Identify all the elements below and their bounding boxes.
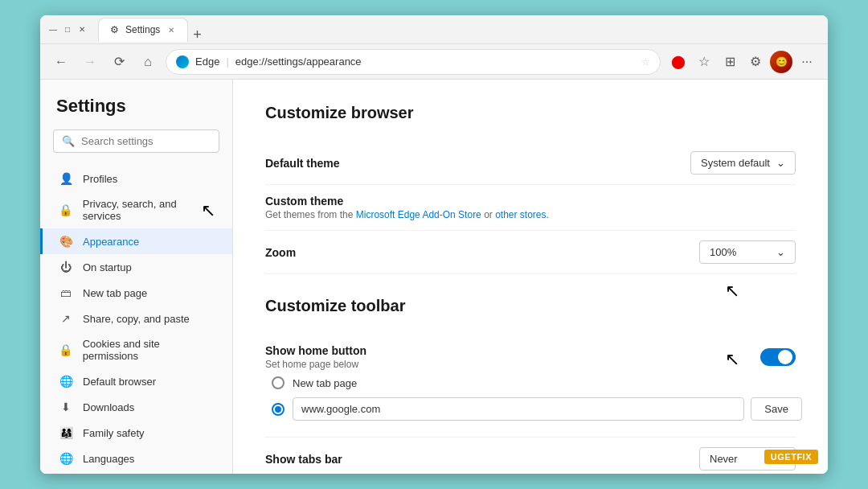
default-theme-value: System default [701,157,770,169]
radio-new-tab-circle [272,376,285,389]
sidebar-item-downloads-label: Downloads [83,401,134,413]
sidebar-item-startup[interactable]: ⏻ On startup [40,254,232,280]
zoom-dropdown[interactable]: 100% ⌄ [699,240,796,264]
profile-button[interactable]: 😊 [770,51,792,73]
address-icons: ☆ [641,56,650,68]
sidebar-item-newtab[interactable]: 🗃 New tab page [40,280,232,306]
zoom-label: Zoom [265,246,296,259]
sidebar-item-downloads[interactable]: ⬇ Downloads [40,394,232,420]
sidebar-item-privacy[interactable]: 🔒 Privacy, search, and services [40,191,232,228]
radio-url[interactable]: Save [272,397,802,421]
window-controls: — □ ✕ [48,25,87,35]
show-home-label: Show home button [265,344,366,357]
sidebar-item-cookies-label: Cookies and site permissions [83,338,216,362]
menu-button[interactable]: ··· [796,51,818,73]
back-button[interactable]: ← [50,51,72,73]
sidebar: Settings 🔍 👤 Profiles 🔒 Privacy, search,… [40,80,233,474]
collections-icon[interactable]: ⊞ [719,51,741,73]
custom-theme-sublabel: Get themes from the Microsoft Edge Add-O… [265,209,549,220]
show-tabs-value: Never [710,453,738,465]
extensions-icon[interactable]: ⚙ [744,51,767,73]
show-tabs-label: Show tabs bar [265,453,342,466]
home-button[interactable]: ⌂ [137,51,159,73]
url-input-row: Save [293,397,802,421]
family-icon: 👨‍👩‍👧 [59,426,73,439]
address-url: edge://settings/appearance [235,55,635,68]
sidebar-item-appearance-label: Appearance [83,236,139,248]
address-brand: Edge [195,55,219,68]
privacy-icon: 🔒 [59,203,73,216]
edge-addon-store-link[interactable]: Microsoft Edge Add-On Store [356,209,481,220]
favorites-icon[interactable]: ☆ [693,51,715,73]
sidebar-item-languages[interactable]: 🌐 Languages [40,446,232,471]
settings-content: Customize browser Default theme System d… [233,80,828,474]
other-stores-link[interactable]: other stores [495,209,546,220]
search-icon: 🔍 [62,135,75,147]
chevron-down-icon: ⌄ [776,157,785,169]
sidebar-item-default-browser-label: Default browser [83,376,156,388]
sidebar-item-family-label: Family safety [83,427,145,439]
customize-browser-title: Customize browser [265,104,796,122]
sidebar-item-cookies[interactable]: 🔒 Cookies and site permissions [40,331,232,368]
appearance-icon: 🎨 [59,235,73,248]
address-input-wrap[interactable]: Edge | edge://settings/appearance ☆ [166,49,661,75]
show-home-row: Show home button Set home page below New… [265,335,796,438]
sidebar-item-profiles-label: Profiles [83,173,117,185]
radio-url-circle [272,403,285,416]
search-box[interactable]: 🔍 [53,129,219,153]
default-theme-dropdown[interactable]: System default ⌄ [690,151,796,175]
sidebar-item-privacy-label: Privacy, search, and services [83,198,216,222]
sidebar-item-newtab-label: New tab page [83,287,147,299]
settings-tab-icon: ⚙ [110,24,119,35]
search-input[interactable] [81,135,216,147]
show-tabs-row: Show tabs bar Never ⌄ [265,438,796,474]
sidebar-item-appearance[interactable]: 🎨 Appearance [40,228,232,254]
cookies-icon: 🔒 [59,343,73,356]
minimize-button[interactable]: — [48,25,58,35]
sidebar-title: Settings [40,96,232,129]
startup-icon: ⏻ [59,261,73,273]
main-content: Settings 🔍 👤 Profiles 🔒 Privacy, search,… [40,80,828,474]
sidebar-item-default-browser[interactable]: 🌐 Default browser [40,368,232,394]
sidebar-item-printers[interactable]: 🖨 Printers [40,471,232,474]
default-theme-row: Default theme System default ⌄ [265,142,796,185]
maximize-button[interactable]: □ [63,25,72,35]
settings-tab-title: Settings [125,24,160,35]
radio-new-tab-label: New tab page [293,377,357,389]
default-theme-label: Default theme [265,157,340,170]
custom-theme-row: Custom theme Get themes from the Microso… [265,185,796,231]
downloads-icon: ⬇ [59,401,73,413]
address-separator: | [226,55,228,68]
sidebar-item-family[interactable]: 👨‍👩‍👧 Family safety [40,420,232,446]
show-home-sublabel: Set home page below [265,359,366,370]
sidebar-item-profiles[interactable]: 👤 Profiles [40,166,232,191]
zoom-row: Zoom 100% ⌄ [265,231,796,274]
radio-new-tab[interactable]: New tab page [272,376,802,389]
forward-button[interactable]: → [79,51,101,73]
newtab-icon: 🗃 [59,286,73,299]
sidebar-item-share-label: Share, copy, and paste [83,313,190,325]
save-url-button[interactable]: Save [751,397,802,421]
refresh-button[interactable]: ⟳ [108,51,130,73]
home-url-input[interactable] [293,397,744,421]
home-button-toggle[interactable] [760,348,796,366]
sidebar-item-startup-label: On startup [83,261,132,273]
close-button[interactable]: ✕ [77,25,87,35]
default-browser-icon: 🌐 [59,375,73,388]
share-icon: ↗ [59,312,73,325]
tab-bar: ⚙ Settings ✕ + [98,18,820,42]
opera-icon[interactable]: ⬤ [667,51,690,73]
profiles-icon: 👤 [59,172,73,185]
settings-tab[interactable]: ⚙ Settings ✕ [98,18,188,42]
custom-theme-label: Custom theme [265,195,549,208]
address-bar: ← → ⟳ ⌂ Edge | edge://settings/appearanc… [40,44,828,80]
title-bar: — □ ✕ ⚙ Settings ✕ + [40,15,828,44]
zoom-chevron-icon: ⌄ [776,246,785,258]
tab-close-button[interactable]: ✕ [166,24,176,36]
sidebar-item-share[interactable]: ↗ Share, copy, and paste [40,306,232,331]
watermark: UGETFIX [764,450,818,464]
sidebar-item-languages-label: Languages [83,453,134,465]
customize-toolbar-title: Customize toolbar [265,297,796,315]
new-tab-button[interactable]: + [188,27,207,42]
home-page-radio-group: New tab page Save [272,376,802,421]
